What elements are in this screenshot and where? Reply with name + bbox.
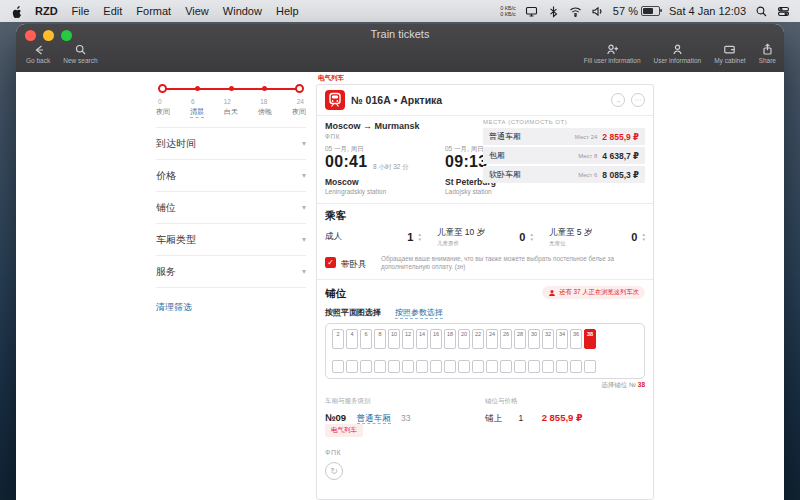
passenger-type-sub: 儿童票价 — [437, 240, 485, 247]
volume-icon[interactable] — [591, 5, 604, 18]
side-berth[interactable] — [486, 360, 498, 373]
filter-section-2[interactable]: 铺位▾ — [156, 192, 306, 224]
tab-scheme-select[interactable]: 按照平面图选择 — [325, 307, 381, 319]
network-speed-indicator[interactable]: 0 КБ/с 0 КБ/с — [500, 5, 516, 18]
go-back-button[interactable]: Go back — [26, 43, 50, 64]
filter-section-label: 车厢类型 — [156, 233, 196, 247]
stepper-down-icon[interactable]: ▾ — [530, 237, 533, 243]
side-berth[interactable] — [542, 360, 554, 373]
seat-class-name: 普通车厢 — [489, 131, 575, 142]
route-link[interactable]: Moscow → Murmansk — [325, 121, 420, 131]
new-search-button[interactable]: New search — [63, 43, 97, 64]
slider-handle[interactable] — [295, 84, 304, 93]
side-berth[interactable] — [570, 360, 582, 373]
seat-38[interactable]: 38 — [584, 329, 596, 349]
slider-period-label[interactable]: 清晨 — [190, 107, 204, 118]
slider-handle[interactable] — [262, 86, 267, 91]
side-berth[interactable] — [416, 360, 428, 373]
passenger-type-label: 儿童至 5 岁 — [549, 227, 592, 239]
menu-file[interactable]: File — [72, 5, 90, 17]
tab-params-select[interactable]: 按照参数选择 — [395, 307, 443, 319]
share-button[interactable]: Share — [759, 43, 776, 64]
seat-4[interactable]: 4 — [346, 329, 358, 349]
side-berth[interactable] — [332, 360, 344, 373]
side-berth[interactable] — [388, 360, 400, 373]
spotlight-search-icon[interactable] — [755, 5, 768, 18]
slider-period-label[interactable]: 夜间 — [156, 107, 170, 118]
wifi-icon[interactable] — [569, 5, 582, 18]
seat-14[interactable]: 14 — [416, 329, 428, 349]
fill-user-information-button[interactable]: Fill user information — [584, 43, 641, 64]
menu-window[interactable]: Window — [223, 5, 262, 17]
battery-percent-label: 57 % — [613, 5, 638, 17]
side-berth[interactable] — [458, 360, 470, 373]
side-berth[interactable] — [430, 360, 442, 373]
bedding-checkbox[interactable]: ✓ — [325, 257, 336, 268]
route-icon[interactable]: → — [611, 93, 625, 107]
slider-handle[interactable] — [229, 86, 234, 91]
side-berth[interactable] — [360, 360, 372, 373]
filter-section-3[interactable]: 车厢类型▾ — [156, 224, 306, 256]
app-menu-name[interactable]: RZD — [35, 5, 58, 17]
train-type-badge: 电气列车 — [318, 74, 344, 83]
display-icon[interactable] — [525, 5, 538, 18]
side-berth[interactable] — [374, 360, 386, 373]
seat-class-row[interactable]: 包厢Мест 84 638,7 ₽ — [483, 147, 645, 164]
side-berth[interactable] — [528, 360, 540, 373]
side-berth[interactable] — [472, 360, 484, 373]
side-berth[interactable] — [584, 360, 596, 373]
side-berth[interactable] — [402, 360, 414, 373]
menu-format[interactable]: Format — [136, 5, 171, 17]
apple-menu-icon[interactable] — [10, 5, 23, 18]
filter-section-4[interactable]: 服务▾ — [156, 256, 306, 288]
slider-period-label[interactable]: 白天 — [224, 107, 238, 118]
side-berth[interactable] — [500, 360, 512, 373]
refresh-icon[interactable]: ↻ — [325, 462, 343, 480]
menu-view[interactable]: View — [185, 5, 209, 17]
departure-time-slider[interactable] — [160, 84, 302, 94]
menu-bar-clock[interactable]: Sat 4 Jan 12:03 — [669, 5, 746, 17]
filter-section-0[interactable]: 到达时间▾ — [156, 127, 306, 160]
seat-36[interactable]: 36 — [570, 329, 582, 349]
seat-10[interactable]: 10 — [388, 329, 400, 349]
slider-handle[interactable] — [158, 84, 167, 93]
seat-8[interactable]: 8 — [374, 329, 386, 349]
stepper-down-icon[interactable]: ▾ — [642, 237, 645, 243]
car-class-link[interactable]: 普通车厢 — [357, 413, 391, 424]
control-center-icon[interactable] — [777, 5, 790, 18]
user-information-button[interactable]: User information — [654, 43, 702, 64]
seat-6[interactable]: 6 — [360, 329, 372, 349]
seat-22[interactable]: 22 — [472, 329, 484, 349]
seat-34[interactable]: 34 — [556, 329, 568, 349]
side-berth[interactable] — [346, 360, 358, 373]
stepper-down-icon[interactable]: ▾ — [418, 237, 421, 243]
slider-handle[interactable] — [195, 86, 200, 91]
side-berth[interactable] — [514, 360, 526, 373]
seat-20[interactable]: 20 — [458, 329, 470, 349]
seat-18[interactable]: 18 — [444, 329, 456, 349]
my-cabinet-button[interactable]: My cabinet — [714, 43, 745, 64]
seat-24[interactable]: 24 — [486, 329, 498, 349]
seat-2[interactable]: 2 — [332, 329, 344, 349]
departure-time: 00:41 — [325, 153, 367, 171]
side-berth[interactable] — [444, 360, 456, 373]
seat-28[interactable]: 28 — [514, 329, 526, 349]
seat-class-row[interactable]: 软卧车厢Мест 68 085,3 ₽ — [483, 166, 645, 183]
more-options-icon[interactable]: ⋯ — [631, 93, 645, 107]
passenger-labels: 儿童至 10 岁儿童票价 — [437, 227, 485, 247]
battery-indicator[interactable]: 57 % — [613, 5, 660, 17]
seat-16[interactable]: 16 — [430, 329, 442, 349]
filter-section-1[interactable]: 价格▾ — [156, 160, 306, 192]
seat-class-row[interactable]: 普通车厢Мест 242 855,9 ₽ — [483, 128, 645, 145]
seat-12[interactable]: 12 — [402, 329, 414, 349]
menu-edit[interactable]: Edit — [103, 5, 122, 17]
slider-period-label[interactable]: 傍晚 — [258, 107, 272, 118]
seat-32[interactable]: 32 — [542, 329, 554, 349]
clear-filters-link[interactable]: 清理筛选 — [156, 301, 192, 314]
bluetooth-icon[interactable] — [547, 5, 560, 18]
slider-period-label[interactable]: 夜间 — [292, 107, 306, 118]
seat-26[interactable]: 26 — [500, 329, 512, 349]
menu-help[interactable]: Help — [276, 5, 299, 17]
seat-30[interactable]: 30 — [528, 329, 540, 349]
side-berth[interactable] — [556, 360, 568, 373]
